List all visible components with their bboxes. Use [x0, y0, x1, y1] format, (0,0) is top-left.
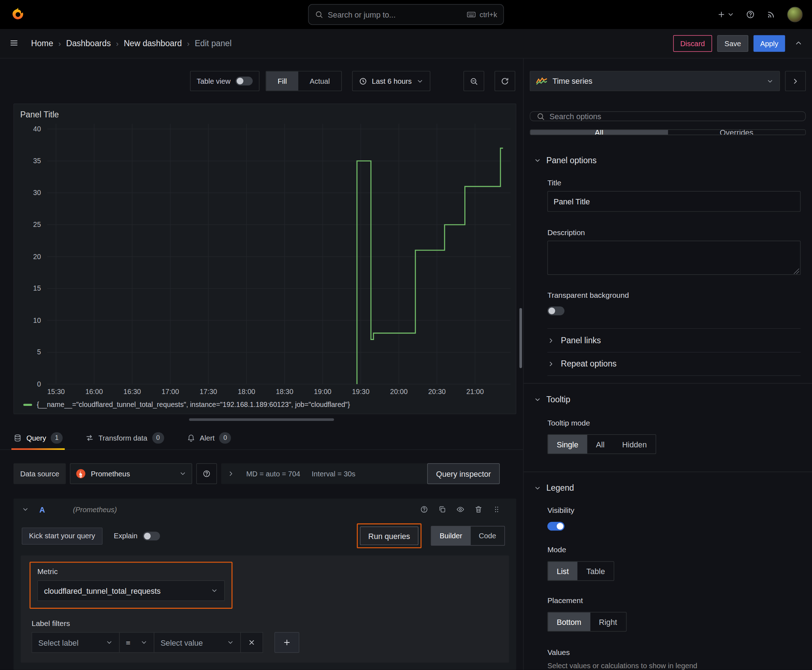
fill-option[interactable]: Fill	[266, 71, 298, 91]
bell-icon	[186, 433, 195, 442]
tooltip-mode-hidden[interactable]: Hidden	[613, 435, 656, 453]
panel-toolbar: Table view Fill Actual Last 6 hours	[0, 71, 523, 91]
options-filter-tabs: All Overrides	[530, 130, 806, 135]
legend-mode-list[interactable]: List	[548, 562, 578, 580]
chart-plot-area[interactable]	[47, 124, 511, 384]
builder-option[interactable]: Builder	[431, 526, 470, 545]
panel-options-header[interactable]: Panel options	[534, 156, 800, 165]
chevron-right-icon	[548, 337, 554, 344]
options-search[interactable]	[530, 111, 806, 121]
legend-mode-table[interactable]: Table	[578, 562, 614, 580]
breadcrumb-home[interactable]: Home	[31, 39, 53, 48]
left-pane-scrollbar[interactable]	[519, 308, 522, 368]
datasource-help-button[interactable]	[197, 464, 217, 484]
query-row-header[interactable]: A (Prometheus)	[14, 499, 516, 520]
add-menu-button[interactable]	[717, 10, 734, 19]
breadcrumb-separator: ›	[187, 39, 190, 48]
query-ref-id: A	[39, 505, 45, 514]
collapse-options-pane-button[interactable]	[785, 71, 806, 91]
tab-query[interactable]: Query 1	[14, 426, 63, 449]
fill-actual-switch: Fill Actual	[266, 71, 342, 91]
help-icon	[203, 470, 211, 478]
user-avatar[interactable]	[787, 7, 803, 22]
global-search[interactable]: ctrl+k	[308, 4, 504, 25]
top-nav: ctrl+k	[0, 0, 812, 29]
help-icon[interactable]	[420, 505, 428, 514]
transform-count-badge: 0	[152, 432, 164, 443]
discard-button[interactable]: Discard	[673, 35, 712, 52]
interval-stat: Interval = 30s	[312, 470, 355, 478]
legend-header[interactable]: Legend	[534, 484, 800, 493]
chart-y-axis: 0510152025303540	[19, 124, 43, 384]
legend-visibility-label: Visibility	[548, 506, 800, 515]
tab-all[interactable]: All	[530, 130, 668, 135]
tab-alert[interactable]: Alert 0	[186, 426, 231, 449]
alert-count-badge: 0	[219, 432, 231, 443]
close-icon	[247, 638, 256, 646]
metric-label: Metric	[37, 567, 225, 575]
panel-description-textarea[interactable]	[548, 241, 800, 275]
tooltip-header[interactable]: Tooltip	[534, 395, 800, 404]
select-value-dropdown[interactable]: Select value	[154, 632, 241, 653]
code-option[interactable]: Code	[470, 526, 504, 545]
transform-icon	[86, 433, 94, 442]
zoom-out-button[interactable]	[464, 71, 485, 91]
apply-button[interactable]: Apply	[754, 35, 785, 52]
remove-filter-button[interactable]	[240, 632, 263, 653]
run-queries-highlight: Run queries	[357, 523, 422, 548]
run-queries-button[interactable]: Run queries	[360, 526, 418, 545]
help-button[interactable]	[746, 10, 755, 19]
grafana-logo[interactable]	[9, 5, 27, 24]
legend-placement-right[interactable]: Right	[590, 612, 626, 631]
chevron-down-icon	[727, 11, 734, 18]
section-divider	[524, 472, 812, 472]
tooltip-mode-all[interactable]: All	[587, 435, 613, 453]
breadcrumb-dashboards[interactable]: Dashboards	[66, 39, 111, 48]
save-button[interactable]: Save	[717, 35, 748, 52]
panel-links-collapsed[interactable]: Panel links	[548, 328, 800, 352]
tooltip-section: Tooltip Tooltip mode Single All Hidden	[524, 395, 812, 454]
time-range-picker[interactable]: Last 6 hours	[352, 71, 431, 91]
panel-resize-handle[interactable]	[189, 418, 334, 421]
legend-placement-bottom[interactable]: Bottom	[548, 612, 590, 631]
max-data-points-stat: MD = auto = 704	[246, 470, 300, 478]
panel-title-input[interactable]	[548, 191, 800, 212]
database-icon	[14, 433, 22, 442]
options-search-input[interactable]	[549, 112, 799, 121]
legend-visibility-toggle[interactable]	[548, 522, 565, 531]
chevron-right-icon[interactable]	[228, 470, 235, 477]
global-search-input[interactable]	[328, 10, 462, 19]
query-inspector-button[interactable]: Query inspector	[427, 464, 500, 484]
operator-dropdown[interactable]: =	[119, 632, 154, 653]
actual-option[interactable]: Actual	[298, 71, 341, 91]
table-view-toggle[interactable]	[236, 76, 253, 86]
tab-overrides[interactable]: Overrides	[668, 130, 805, 135]
explain-toggle[interactable]	[143, 531, 160, 540]
kick-start-query-button[interactable]: Kick start your query	[22, 527, 102, 544]
select-label-dropdown[interactable]: Select label	[32, 632, 120, 653]
refresh-button[interactable]	[495, 71, 515, 91]
hamburger-menu-button[interactable]	[9, 38, 19, 49]
toggle-visibility-icon[interactable]	[456, 505, 464, 514]
explain-label: Explain	[114, 531, 137, 540]
tooltip-mode-single[interactable]: Single	[548, 435, 587, 453]
transparent-background-toggle[interactable]	[548, 306, 565, 315]
rss-icon	[766, 10, 776, 19]
duplicate-query-icon[interactable]	[438, 505, 446, 514]
panel-title[interactable]: Panel Title	[19, 108, 511, 124]
news-button[interactable]	[766, 10, 776, 19]
drag-handle-icon[interactable]	[493, 505, 501, 514]
chevron-down-icon[interactable]	[22, 506, 29, 513]
repeat-options-collapsed[interactable]: Repeat options	[548, 352, 800, 376]
editor-tabs: Query 1 Transform data 0 Alert 0	[0, 426, 523, 450]
tab-transform-data[interactable]: Transform data 0	[86, 426, 164, 449]
title-field-label: Title	[548, 179, 800, 187]
collapse-header-button[interactable]	[795, 39, 803, 48]
metric-select[interactable]: cloudflared_tunnel_total_requests	[37, 580, 225, 601]
delete-query-icon[interactable]	[475, 505, 483, 514]
chart-legend-item[interactable]: {__name__="cloudflared_tunnel_total_requ…	[19, 399, 511, 408]
add-filter-button[interactable]	[275, 632, 299, 653]
datasource-picker[interactable]: Prometheus	[70, 464, 192, 484]
breadcrumb-new-dashboard[interactable]: New dashboard	[124, 39, 182, 48]
visualization-picker[interactable]: Time series	[530, 71, 780, 91]
